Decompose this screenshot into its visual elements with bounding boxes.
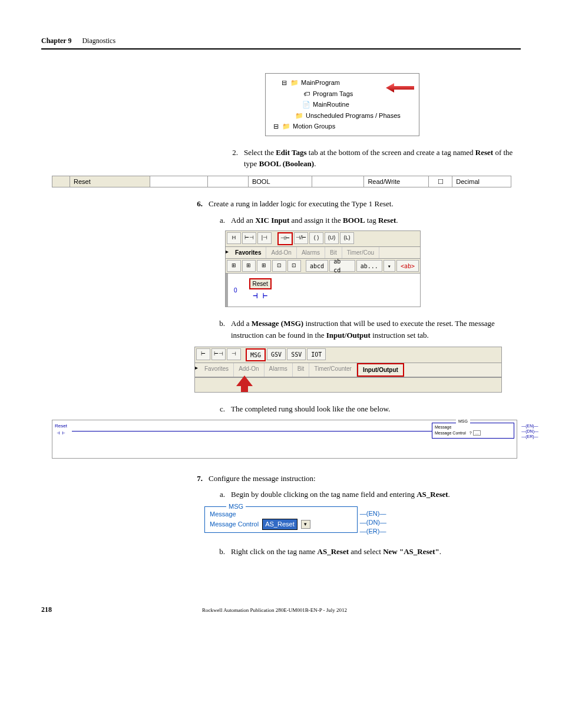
toolbar-btn: SSV bbox=[287, 348, 306, 360]
step-number: 2. bbox=[230, 147, 238, 170]
t: AS_Reset bbox=[416, 490, 448, 499]
toolbar-btn-msg: MSG bbox=[246, 348, 266, 361]
step-6c: c. The completed rung should look like t… bbox=[217, 403, 521, 415]
ladder-rung: 0 Reset ⊣ ⊢ bbox=[226, 274, 420, 307]
tag-access-cell: Read/Write bbox=[364, 176, 429, 187]
toolbar-1: H ⊢⊣ |⊣ ⊣⊢ ⊣/⊢ ( ) (U) (L) bbox=[226, 231, 420, 247]
toolbar-btn: ⊢⊣ bbox=[242, 232, 256, 244]
chevron-down-icon[interactable]: ▾ bbox=[301, 520, 310, 529]
red-arrow-icon bbox=[386, 83, 414, 93]
toolbar-btn: (U) bbox=[325, 232, 339, 244]
t: (EN) bbox=[366, 510, 380, 517]
step-7: 7. Configure the message instruction: bbox=[194, 473, 521, 485]
tab-alarms: Alarms bbox=[297, 247, 325, 258]
t: Message Control bbox=[210, 519, 259, 529]
t: Add an bbox=[231, 216, 255, 225]
minus-icon: ⊟ bbox=[272, 123, 280, 130]
sub-text: Begin by double clicking on the tag name… bbox=[231, 489, 450, 500]
t: (ER) bbox=[525, 434, 534, 439]
toolbar-btn: abcd bbox=[306, 260, 328, 272]
folder-icon: 📁 bbox=[295, 112, 303, 119]
tab-input-output: Input/Output bbox=[357, 363, 404, 377]
step-7a: a. Begin by double clicking on the tag n… bbox=[217, 489, 521, 500]
msg-row: Message Control AS_Reset ▾ bbox=[210, 519, 352, 530]
t: Select the bbox=[244, 148, 276, 157]
step-text: Create a rung in ladder logic for execut… bbox=[209, 198, 394, 210]
tab-bit: Bit bbox=[293, 363, 310, 377]
toolbar-3: ⊢ ⊢⊣ ⊣ MSG GSV SSV IOT bbox=[195, 347, 501, 363]
t: . bbox=[448, 490, 450, 499]
toolbar-btn: ⊢ bbox=[196, 348, 210, 360]
completed-rung-figure: Reset ⊣ ⊢ MSG Message Message Control ? … bbox=[52, 420, 517, 459]
t: Message (MSG) bbox=[252, 319, 303, 328]
toolbar-btn: ( ) bbox=[309, 232, 323, 244]
t: (ER) bbox=[366, 528, 380, 535]
toolbar-btn: H bbox=[227, 232, 241, 244]
tab-favorites: Favorites bbox=[200, 363, 234, 377]
tag-table: Reset BOOL Read/Write ☐ Decimal bbox=[52, 176, 511, 188]
tag-style-cell: Decimal bbox=[452, 176, 511, 187]
toolbar-btn: IOT bbox=[307, 348, 326, 360]
t: Begin by double clicking on the tag name… bbox=[231, 490, 416, 499]
t: and assign it the bbox=[289, 216, 343, 225]
tab-addon: Add-On bbox=[234, 363, 264, 377]
msg-line: Message bbox=[435, 424, 511, 431]
t: AS_Reset bbox=[318, 547, 349, 556]
dropdown-value: AS_Reset bbox=[265, 519, 295, 529]
t: BOOL (Boolean) bbox=[259, 159, 315, 168]
msg-config-box: MSG Message Message Control AS_Reset ▾ —… bbox=[204, 506, 358, 533]
toolbar-btn: ⊞ bbox=[257, 260, 271, 272]
publication-info: Rockwell Automation Publication 280E-UM0… bbox=[202, 607, 347, 615]
msg-tag-dropdown[interactable]: AS_Reset bbox=[262, 519, 297, 530]
toolbar-btn: GSV bbox=[267, 348, 286, 360]
ladder-editor-figure-2: ⊢ ⊢⊣ ⊣ MSG GSV SSV IOT ▸ Favorites Add-O… bbox=[194, 347, 502, 393]
rung-number: 0 bbox=[234, 286, 237, 295]
xic-element: Reset ⊣ ⊢ bbox=[249, 278, 272, 302]
t: Message Control bbox=[435, 431, 466, 435]
t: Add a bbox=[231, 319, 252, 328]
toolbar-btn: ▾ bbox=[384, 260, 395, 272]
page-footer: 218 Rockwell Automation Publication 280E… bbox=[41, 604, 521, 615]
toolbar-btn: ab... bbox=[356, 260, 382, 272]
t: tab at the bottom of the screen and crea… bbox=[307, 148, 475, 157]
step-number: 6. bbox=[194, 198, 203, 210]
toolbar-btn: ⊣/⊢ bbox=[294, 232, 308, 244]
tree-label: Program Tags bbox=[313, 89, 353, 99]
t: instruction set tab. bbox=[371, 331, 429, 340]
folder-icon: 📁 bbox=[290, 79, 299, 86]
xic-tag-label: Reset bbox=[249, 278, 272, 289]
folder-icon: 📁 bbox=[282, 123, 290, 130]
toolbar-btn: ⊡ bbox=[272, 260, 286, 272]
chapter-label: Chapter 9 bbox=[41, 35, 71, 46]
tree-label: Motion Groups bbox=[293, 121, 335, 131]
toolbar-2: ⊞ ⊞ ⊞ ⊡ ⊡ abcd ab cd ab... ▾ <ab> bbox=[226, 259, 420, 274]
page-header: Chapter 9 Diagnostics bbox=[41, 35, 521, 50]
t: New "AS_Reset" bbox=[383, 547, 439, 556]
tree-label: Unscheduled Programs / Phases bbox=[306, 111, 401, 121]
tab-addon: Add-On bbox=[266, 247, 296, 258]
tree-item-motion-groups: ⊟ 📁 Motion Groups bbox=[272, 121, 413, 132]
step-2: 2. Select the Edit Tags tab at the botto… bbox=[230, 147, 521, 170]
tag-type-cell: BOOL bbox=[248, 176, 312, 187]
sub-marker: c. bbox=[217, 403, 225, 415]
routine-icon: 📄 bbox=[302, 101, 310, 108]
t: ? bbox=[470, 431, 472, 435]
sub-marker: b. bbox=[217, 546, 225, 558]
toolbar-btn: ab cd bbox=[329, 260, 355, 272]
t: tag bbox=[365, 216, 378, 225]
t: BOOL bbox=[343, 216, 365, 225]
program-tree-figure: ⊟ 📁 MainProgram 🏷 Program Tags 📄 MainRou… bbox=[265, 73, 419, 136]
sub-marker: a. bbox=[217, 489, 225, 500]
step-6b: b. Add a Message (MSG) instruction that … bbox=[217, 318, 521, 341]
chapter-title: Diagnostics bbox=[82, 35, 115, 46]
tree-label: MainRoutine bbox=[313, 100, 349, 110]
toolbar-btn: <ab> bbox=[396, 260, 419, 272]
toolbar-btn: (L) bbox=[340, 232, 354, 244]
tab-alarms: Alarms bbox=[265, 363, 293, 377]
t: . bbox=[439, 547, 441, 556]
toolbar-btn: |⊣ bbox=[257, 232, 272, 244]
sub-marker: b. bbox=[217, 318, 225, 341]
t: Reset bbox=[475, 148, 493, 157]
t: Right click on the tag name bbox=[231, 547, 318, 556]
red-arrow-up-icon bbox=[236, 375, 253, 392]
